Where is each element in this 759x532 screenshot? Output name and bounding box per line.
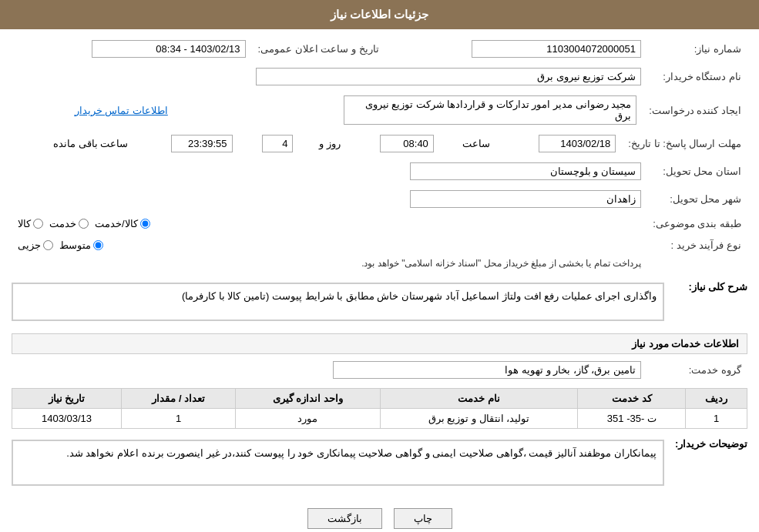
- mohlat-saatBaghi-label: ساعت باقی مانده: [53, 138, 128, 149]
- tabaqe-kala-radio[interactable]: [33, 219, 43, 229]
- mohlat-countdown-cell: 23:39:55: [134, 132, 238, 156]
- col-vahedAndaze: واحد اندازه گیری: [236, 389, 380, 409]
- farayand-motavaset-label: متوسط: [59, 239, 91, 251]
- sharhKoli-value: واگذاری اجرای عملیات رفع افت ولتاژ اسماع…: [182, 290, 657, 302]
- col-tedad: تعداد / مقدار: [121, 389, 235, 409]
- tozihat-box: پیمانکاران موظفند آنالیز قیمت ،گواهی صلا…: [12, 440, 664, 486]
- col-tarikh: تاریخ نیاز: [12, 389, 122, 409]
- services-table-body: 1ت -35- 351تولید، انتقال و توزیع برقمورد…: [12, 409, 747, 429]
- shomareNiaz-value: 1103004072000051: [472, 40, 641, 58]
- tabaqe-table: طبقه بندی موضوعی: کالا خدمت کالا/خدمت: [12, 215, 747, 233]
- tarikh-value: 1403/02/13 - 08:34: [92, 40, 246, 58]
- mohlat-time-cell: 08:40: [347, 132, 440, 156]
- tabaqe-khadamat-label: خدمت: [49, 218, 76, 229]
- farayand-radio-row: جزیی متوسط: [18, 239, 641, 251]
- top-info-table: شماره نیاز: 1103004072000051 تاریخ و ساع…: [12, 37, 747, 61]
- tabaqe-kala-item: کالا: [18, 218, 43, 229]
- namDasgah-label: نام دستگاه خریدار:: [647, 65, 747, 89]
- shahr-label: شهر محل تحویل:: [647, 187, 747, 211]
- mohlat-time-label: ساعت: [462, 138, 490, 149]
- mohlat-date-cell: 1403/02/18: [496, 132, 622, 156]
- farayand-jozi-item: جزیی: [18, 239, 53, 251]
- sharhKoli-section: شرح کلی نیاز: واگذاری اجرای عملیات رفع ا…: [12, 278, 747, 326]
- namDasgah-value-cell: شرکت توزیع نیروی برق: [12, 65, 647, 89]
- services-table-head: ردیف کد خدمت نام خدمت واحد اندازه گیری ت…: [12, 389, 747, 409]
- tozihat-value: پیمانکاران موظفند آنالیز قیمت ،گواهی صلا…: [66, 447, 657, 459]
- mohlat-table: مهلت ارسال پاسخ: تا تاریخ: 1403/02/18 سا…: [12, 132, 747, 156]
- tabaqe-radio-row: کالا خدمت کالا/خدمت: [18, 218, 640, 229]
- grohKhadamat-value-cell: تامین برق، گاز، بخار و تهویه هوا: [12, 358, 647, 382]
- tabaqe-khadamat-radio[interactable]: [79, 219, 89, 229]
- main-content: شماره نیاز: 1103004072000051 تاریخ و ساع…: [0, 29, 759, 532]
- tabaqe-khadamat-item: خدمت: [49, 218, 89, 229]
- ijadKonande-label: ایجاد کننده درخواست:: [643, 92, 747, 128]
- ostan-table: استان محل تحویل: سیستان و بلوچستان: [12, 159, 747, 183]
- noFarayand-value-cell: جزیی متوسط: [12, 236, 647, 254]
- tabaqe-kala-label: کالا: [18, 218, 31, 229]
- ijadKonande-value: مجید رضوانی مدیر امور تدارکات و قرارداده…: [344, 95, 636, 125]
- cell-namKhadamat: تولید، انتقال و توزیع برق: [380, 409, 578, 429]
- ostan-value: سیستان و بلوچستان: [410, 162, 641, 180]
- shahr-value: زاهدان: [410, 190, 641, 208]
- tarikh-label: تاریخ و ساعت اعلان عمومی:: [252, 37, 385, 61]
- tabaqe-kalaKhadamat-label: کالا/خدمت: [95, 218, 138, 229]
- groh-table: گروه خدمت: تامین برق، گاز، بخار و تهویه …: [12, 358, 747, 382]
- ijadKonande-value-cell: مجید رضوانی مدیر امور تدارکات و قرارداده…: [174, 92, 643, 128]
- farayand-jozi-radio[interactable]: [43, 240, 53, 250]
- page-container: جزئیات اطلاعات نیاز شماره نیاز: 11030040…: [0, 0, 759, 532]
- page-header: جزئیات اطلاعات نیاز: [0, 0, 759, 29]
- ijadKonande-link[interactable]: اطلاعات تماس خریدار: [75, 105, 168, 116]
- mohlat-countdown: 23:39:55: [171, 135, 233, 152]
- ijaad-table: ایجاد کننده درخواست: مجید رضوانی مدیر ام…: [12, 92, 747, 128]
- cell-vahedAndaze: مورد: [236, 409, 380, 429]
- noFarayand-label: نوع فرآیند خرید :: [647, 236, 747, 254]
- grohKhadamat-value: تامین برق، گاز، بخار و تهویه هوا: [333, 361, 641, 379]
- sharhKoli-box: واگذاری اجرای عملیات رفع افت ولتاژ اسماع…: [12, 283, 664, 321]
- mohlat-time-label-cell: ساعت: [440, 132, 496, 156]
- ijadKonande-link-cell: اطلاعات تماس خریدار: [12, 92, 174, 128]
- mohlat-roz-cell: 4: [239, 132, 300, 156]
- col-radif: ردیف: [686, 389, 747, 409]
- services-table: ردیف کد خدمت نام خدمت واحد اندازه گیری ت…: [12, 388, 747, 429]
- back-button[interactable]: بازگشت: [307, 508, 382, 529]
- ostan-value-cell: سیستان و بلوچستان: [12, 159, 647, 183]
- mohlat-time: 08:40: [380, 135, 434, 152]
- ostan-label: استان محل تحویل:: [647, 159, 747, 183]
- shomareNiaz-value-cell: 1103004072000051: [385, 37, 647, 61]
- farayand-motavaset-item: متوسط: [59, 239, 103, 251]
- farayand-table: نوع فرآیند خرید : جزیی متوسط: [12, 236, 747, 272]
- cell-tedad: 1: [121, 409, 235, 429]
- cell-radif: 1: [686, 409, 747, 429]
- tabaqe-kalaKhadamat-item: کالا/خدمت: [95, 218, 150, 229]
- button-row: چاپ بازگشت: [12, 497, 747, 532]
- shahr-value-cell: زاهدان: [12, 187, 647, 211]
- tarikh-value-cell: 1403/02/13 - 08:34: [12, 37, 252, 61]
- mohlat-roz: 4: [262, 135, 293, 152]
- mohlat-label: مهلت ارسال پاسخ: تا تاریخ:: [622, 132, 747, 156]
- print-button[interactable]: چاپ: [394, 508, 452, 529]
- shomareNiaz-label: شماره نیاز:: [647, 37, 747, 61]
- header-title: جزئیات اطلاعات نیاز: [331, 8, 428, 21]
- tabaqe-kalaKhadamat-radio[interactable]: [140, 219, 150, 229]
- noFarayand-empty-label: [647, 254, 747, 272]
- cell-kodKhadamat: ت -35- 351: [578, 409, 686, 429]
- mohlat-roz-label-cell: روز و: [299, 132, 346, 156]
- farayand-jozi-label: جزیی: [18, 239, 41, 251]
- cell-tarikh: 1403/03/13: [12, 409, 122, 429]
- grohKhadamat-label: گروه خدمت:: [647, 358, 747, 382]
- farayand-motavaset-radio[interactable]: [93, 240, 103, 250]
- sharhKoli-label: شرح کلی نیاز:: [670, 278, 747, 293]
- tabaqe-label: طبقه بندی موضوعی:: [646, 215, 747, 233]
- col-kodKhadamat: کد خدمت: [578, 389, 686, 409]
- tozihat-section: توضیحات خریدار: پیمانکاران موظفند آنالیز…: [12, 435, 747, 490]
- tabaqe-value-cell: کالا خدمت کالا/خدمت: [12, 215, 646, 233]
- mohlat-saatBaghi-label-cell: ساعت باقی مانده: [12, 132, 134, 156]
- noFarayand-text: پرداخت تمام یا بخشی از مبلغ خریداز محل "…: [361, 258, 641, 269]
- mohlat-date: 1403/02/18: [539, 135, 616, 152]
- mohlat-roz-label: روز و: [319, 138, 341, 149]
- namDasgah-value: شرکت توزیع نیروی برق: [256, 68, 641, 85]
- shahr-table: شهر محل تحویل: زاهدان: [12, 187, 747, 211]
- table-row: 1ت -35- 351تولید، انتقال و توزیع برقمورد…: [12, 409, 747, 429]
- khadamat-section-title: اطلاعات خدمات مورد نیاز: [12, 333, 747, 354]
- tozihat-label: توضیحات خریدار:: [670, 435, 747, 450]
